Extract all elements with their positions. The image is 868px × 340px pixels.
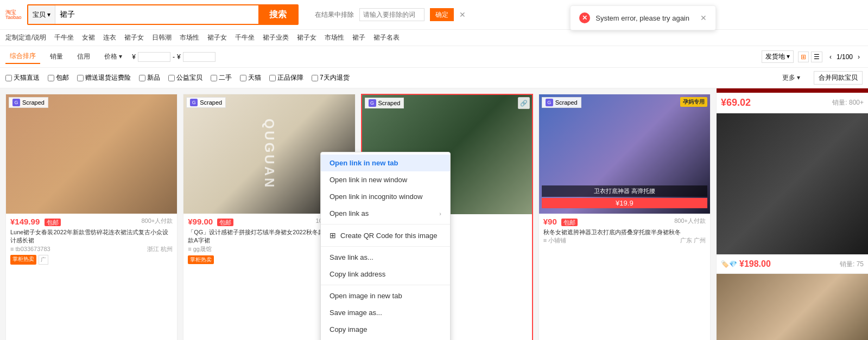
nav-item-11[interactable]: 市场性 — [325, 32, 344, 43]
currency-symbol: ¥ — [132, 53, 136, 61]
product-info-4: ¥90 包邮 800+人付款 秋冬女裙遮胯神器卫衣打底内搭叠穿托腹半身裙秋冬 ≡… — [539, 214, 710, 248]
checkbox-7days[interactable]: 7天内退货 — [312, 73, 350, 82]
sort-right: 发货地 ▾ ⊞ ☰ ‹ 1/100 › — [762, 50, 863, 63]
next-page-button[interactable]: › — [855, 52, 863, 62]
nav-item-2[interactable]: 女裙 — [82, 32, 95, 43]
sidebar-price-2: ¥198.00 — [739, 259, 771, 269]
prev-page-button[interactable]: ‹ — [827, 52, 834, 62]
search-category[interactable]: 宝贝 ▾ — [28, 5, 55, 24]
sidebar-price-icons: 🏷️💎 — [721, 260, 737, 268]
product-title-1: Lune裙子女春装2022年新款雪纺碎花连衣裙法式复古小众设计感长裙 — [10, 228, 173, 245]
sidebar-header-2: 🏷️💎 ¥198.00 销量: 75 — [717, 254, 868, 274]
menu-item-copy-image-address[interactable]: Copy image address — [321, 338, 450, 340]
product-shop-row-4: ≡ 小辅铺 广东 广州 — [543, 236, 706, 245]
product-shop-1[interactable]: ≡ tb033673783 — [10, 246, 50, 252]
error-close-button[interactable]: ✕ — [700, 14, 707, 22]
nav-item-0[interactable]: 定制定造/说明 — [5, 32, 46, 43]
tab-销量[interactable]: 销量 — [46, 50, 67, 63]
more-filters-button[interactable]: 更多 ▾ — [782, 73, 800, 82]
product-location-1: 浙江 杭州 — [147, 245, 173, 253]
nav-item-1[interactable]: 千牛坐 — [54, 32, 74, 43]
tab-综合排序[interactable]: 综合排序 — [5, 49, 40, 64]
nav-item-9[interactable]: 裙子业类 — [263, 32, 289, 43]
nav-item-13[interactable]: 裙子名表 — [373, 32, 400, 43]
promo-content-4: 卫衣打底神器 高弹托腰 ¥19.9 — [542, 185, 707, 208]
menu-item-open-new-window[interactable]: Open link in new window — [321, 171, 450, 188]
sidebar-price-1: ¥69.02 — [721, 97, 751, 108]
confirm-button[interactable]: 确定 — [430, 8, 454, 21]
product-shop-4[interactable]: ≡ 小辅铺 — [543, 237, 566, 243]
sidebar-product-image-2 — [717, 274, 868, 340]
list-view-button[interactable]: ☰ — [811, 52, 822, 62]
checkbox-secondhand[interactable]: 二手 — [211, 73, 232, 82]
menu-item-save-image[interactable]: Save image as... — [321, 304, 450, 321]
right-sidebar: ¥69.02 销量: 800+ 🏷️💎 ¥198.00 销量: 75 — [716, 88, 868, 340]
checkbox-charity[interactable]: 公益宝贝 — [168, 73, 202, 82]
filter-bar: 综合排序 销量 信用 价格 ▾ ¥ - ¥ 发货地 ▾ ⊞ ☰ ‹ 1/100 … — [0, 46, 868, 68]
combine-button[interactable]: 合并同款宝贝 — [814, 71, 863, 85]
promo-price-4: ¥19.9 — [542, 198, 707, 208]
error-toast: ✕ System error, please try again ✕ — [570, 5, 716, 30]
product-image-1: G Scraped — [6, 94, 177, 214]
search-button[interactable]: 搜索 — [258, 5, 297, 24]
scraped-badge-3: G Scraped — [365, 98, 404, 108]
product-info-1: ¥149.99 包邮 800+人付款 Lune裙子女春装2022年新款雪纺碎花连… — [6, 214, 177, 268]
hot-tag-2: 掌柜热卖 — [188, 255, 214, 264]
nav-item-12[interactable]: 裙子 — [352, 32, 365, 43]
menu-item-open-new-tab[interactable]: Open link in new tab — [321, 155, 450, 171]
logo-main: 淘宝 — [5, 10, 22, 15]
promo-badge-4: 孕妈专用 — [680, 97, 707, 107]
checkbox-tmall[interactable]: 天猫 — [240, 73, 261, 82]
nav-item-4[interactable]: 裙子女 — [124, 32, 144, 43]
checkbox-genuine[interactable]: 正品保障 — [269, 73, 303, 82]
sidebar-sales-2: 销量: 75 — [840, 260, 864, 269]
price-min-input[interactable] — [138, 52, 170, 62]
grid-view-button[interactable]: ⊞ — [798, 52, 809, 62]
promo-text-4: 卫衣打底神器 高弹托腰 — [542, 185, 707, 197]
chevron-down-icon: ▾ — [47, 11, 50, 18]
filter-input[interactable] — [359, 8, 425, 21]
menu-item-open-as[interactable]: Open link as › — [321, 205, 450, 222]
product-image-4: G Scraped 孕妈专用 卫衣打底神器 高弹托腰 ¥19.9 — [539, 94, 710, 214]
menu-item-copy-link[interactable]: Copy link address — [321, 266, 450, 283]
qr-icon: ⊞ — [330, 231, 336, 240]
product-sales-4: 800+人付款 — [674, 217, 706, 225]
close-filter-icon[interactable]: ✕ — [459, 10, 466, 19]
scraped-badge-4: G Scraped — [542, 97, 581, 108]
checkbox-tmall-direct[interactable]: 天猫直送 — [5, 73, 40, 82]
menu-item-open-incognito[interactable]: Open link in incognito window — [321, 188, 450, 205]
scraped-icon-4: G — [546, 99, 553, 106]
sidebar-header: ¥69.02 销量: 800+ — [717, 93, 868, 113]
menu-item-copy-image[interactable]: Copy image — [321, 321, 450, 338]
sidebar-price-row-2: 🏷️💎 ¥198.00 — [721, 259, 771, 269]
context-menu: Open link in new tab Open link in new wi… — [320, 152, 451, 340]
delivery-select[interactable]: 发货地 ▾ — [762, 50, 794, 63]
tab-信用[interactable]: 信用 — [73, 50, 94, 63]
price-range: ¥ - ¥ — [132, 52, 215, 62]
product-price-1: ¥149.99 — [10, 217, 40, 226]
nav-item-6[interactable]: 市场性 — [180, 32, 199, 43]
product-shop-2[interactable]: ≡ gg晟馆 — [188, 246, 212, 252]
checkbox-free-ship[interactable]: 包邮 — [48, 73, 69, 82]
product-shop-row-1: ≡ tb033673783 浙江 杭州 — [10, 245, 173, 253]
nav-item-8[interactable]: 千牛坐 — [235, 32, 255, 43]
tab-价格[interactable]: 价格 ▾ — [100, 50, 126, 63]
product-location-4: 广东 广州 — [680, 236, 706, 245]
menu-item-qr-code[interactable]: ⊞ Create QR Code for this image — [321, 227, 450, 244]
product-card-4: G Scraped 孕妈专用 卫衣打底神器 高弹托腰 ¥19.9 ¥90 包邮 … — [538, 94, 711, 340]
menu-item-save-link[interactable]: Save link as... — [321, 249, 450, 266]
nav-item-5[interactable]: 日韩潮 — [152, 32, 172, 43]
scraped-icon-3: G — [369, 99, 376, 107]
nav-item-7[interactable]: 裙子女 — [207, 32, 227, 43]
image-link-icon-3[interactable]: 🔗 — [518, 97, 530, 109]
product-title-4: 秋冬女裙遮胯神器卫衣打底内搭叠穿托腹半身裙秋冬 — [543, 228, 706, 236]
nav-item-3[interactable]: 连衣 — [103, 32, 116, 43]
nav-item-10[interactable]: 裙子女 — [297, 32, 316, 43]
price-tag-2: 包邮 — [217, 219, 233, 226]
search-input[interactable] — [55, 5, 258, 24]
price-max-input[interactable] — [183, 52, 216, 62]
checkbox-new[interactable]: 新品 — [139, 73, 160, 82]
checkbox-return-ship[interactable]: 赠送退货运费险 — [77, 73, 131, 82]
menu-item-open-image-new-tab[interactable]: Open image in new tab — [321, 287, 450, 304]
product-brand-text-2: QUGUAN — [262, 119, 277, 190]
